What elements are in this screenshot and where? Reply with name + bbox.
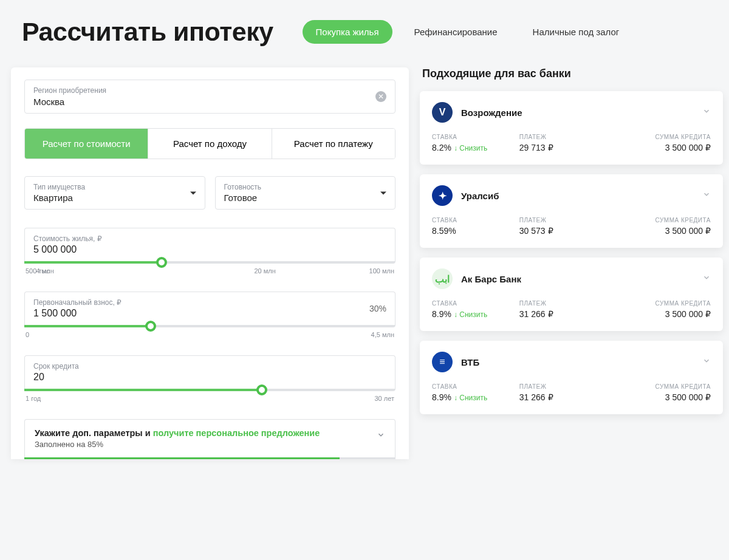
payment-label: ПЛАТЕЖ	[519, 300, 600, 307]
lower-rate-link[interactable]: Снизить	[454, 144, 487, 152]
expand-text-a: Укажите доп. параметры и	[35, 428, 153, 438]
slider-thumb[interactable]	[145, 321, 156, 332]
scale-mark: 100 млн	[369, 267, 394, 275]
payment-value: 29 713 ₽	[519, 143, 600, 152]
bank-card[interactable]: V Возрождение СТАВКА 8.2%Снизить ПЛАТЕЖ …	[420, 91, 723, 165]
lower-rate-link[interactable]: Снизить	[454, 394, 487, 402]
scale-mark: 20 млн	[254, 267, 275, 275]
calc-tab-2[interactable]: Расчет по платежу	[272, 129, 395, 159]
bank-card[interactable]: ≡ ВТБ СТАВКА 8.9%Снизить ПЛАТЕЖ 31 266 ₽…	[420, 341, 723, 414]
results-panel: Подходящие для вас банки V Возрождение С…	[420, 67, 723, 459]
header: Рассчитать ипотеку Покупка жильяРефинанс…	[0, 0, 729, 67]
price-value: 5 000 000	[33, 244, 386, 255]
clear-region-icon[interactable]: ✕	[375, 91, 386, 102]
pill-1[interactable]: Рефинансирование	[401, 20, 511, 44]
property-type-label: Тип имущества	[33, 183, 196, 191]
payment-label: ПЛАТЕЖ	[519, 217, 600, 224]
rate-label: СТАВКА	[432, 383, 512, 390]
amount-label: СУММА КРЕДИТА	[607, 217, 711, 224]
payment-value: 31 266 ₽	[519, 309, 600, 319]
extra-params-title: Укажите доп. параметры и получите персон…	[35, 428, 385, 438]
chevron-down-icon	[377, 431, 385, 442]
calc-tab-0[interactable]: Расчет по стоимости	[25, 129, 148, 159]
chevron-down-icon	[702, 107, 711, 118]
bank-stats: СТАВКА 8.2%Снизить ПЛАТЕЖ 29 713 ₽ СУММА…	[432, 134, 711, 152]
bank-logo-icon: ✦	[432, 185, 453, 206]
bank-head: V Возрождение	[432, 102, 711, 123]
payment-value: 31 266 ₽	[519, 392, 600, 402]
pill-2[interactable]: Наличные под залог	[519, 20, 633, 44]
scale-mark: 4 млн	[36, 267, 54, 275]
rate-value: 8.9%Снизить	[432, 392, 512, 402]
bank-card[interactable]: ابب Ак Барс Банк СТАВКА 8.9%Снизить ПЛАТ…	[420, 258, 723, 331]
region-select[interactable]: Регион приобретения Москва ✕	[24, 80, 395, 114]
amount-value: 3 500 000 ₽	[607, 309, 711, 319]
bank-logo-icon: ابب	[432, 268, 453, 289]
scale-mark: 4,5 млн	[371, 331, 394, 338]
price-slider-block: Стоимость жилья, ₽ 5 000 000 500 тыс 4 м…	[24, 228, 395, 275]
readiness-select[interactable]: Готовность Готовое	[215, 176, 396, 210]
calc-tab-1[interactable]: Расчет по доходу	[148, 129, 272, 159]
expand-sub: Заполнено на 85%	[35, 440, 385, 449]
term-value: 20	[33, 372, 386, 383]
pill-group: Покупка жильяРефинансированиеНаличные по…	[303, 20, 633, 44]
bank-card[interactable]: ✦ Уралсиб СТАВКА 8.59% ПЛАТЕЖ 30 573 ₽ С…	[420, 174, 723, 248]
chevron-down-icon	[380, 191, 386, 194]
amount-value: 3 500 000 ₽	[607, 226, 711, 236]
rate-value: 8.2%Снизить	[432, 143, 512, 152]
slider-thumb[interactable]	[256, 384, 267, 395]
bank-head: ≡ ВТБ	[432, 352, 711, 372]
readiness-value: Готовое	[224, 193, 387, 203]
amount-value: 3 500 000 ₽	[607, 392, 711, 402]
term-input[interactable]: Срок кредита 20	[24, 355, 395, 389]
amount-value: 3 500 000 ₽	[607, 143, 711, 152]
bank-stats: СТАВКА 8.59% ПЛАТЕЖ 30 573 ₽ СУММА КРЕДИ…	[432, 217, 711, 236]
results-title: Подходящие для вас банки	[420, 67, 723, 91]
bank-head: ✦ Уралсиб	[432, 185, 711, 206]
down-slider[interactable]	[24, 325, 395, 327]
bank-stats: СТАВКА 8.9%Снизить ПЛАТЕЖ 31 266 ₽ СУММА…	[432, 383, 711, 402]
lower-rate-link[interactable]: Снизить	[454, 310, 487, 319]
chevron-down-icon	[702, 273, 711, 284]
bank-name: ВТБ	[461, 357, 479, 367]
calc-mode-tabs: Расчет по стоимостиРасчет по доходуРасче…	[24, 128, 395, 159]
rate-value: 8.59%	[432, 226, 512, 236]
down-percent: 30%	[369, 304, 386, 313]
readiness-label: Готовность	[224, 183, 387, 191]
bank-stats: СТАВКА 8.9%Снизить ПЛАТЕЖ 31 266 ₽ СУММА…	[432, 300, 711, 319]
region-value: Москва	[33, 97, 386, 107]
term-scale: 1 год 30 лет	[24, 391, 395, 402]
rate-value: 8.9%Снизить	[432, 309, 512, 319]
property-type-value: Квартира	[33, 193, 196, 203]
price-input[interactable]: Стоимость жилья, ₽ 5 000 000	[24, 228, 395, 261]
page-title: Рассчитать ипотеку	[22, 17, 273, 47]
bank-head: ابب Ак Барс Банк	[432, 268, 711, 289]
bank-name: Уралсиб	[461, 191, 499, 201]
chevron-down-icon	[702, 190, 711, 201]
down-slider-block: Первоначальный взнос, ₽ 1 500 000 30% 0 …	[24, 292, 395, 338]
bank-logo-icon: ≡	[432, 352, 453, 372]
property-type-select[interactable]: Тип имущества Квартира	[24, 176, 205, 210]
bank-name: Возрождение	[461, 108, 522, 118]
completion-progress	[24, 457, 395, 459]
rate-label: СТАВКА	[432, 134, 512, 140]
scale-mark: 0	[26, 331, 29, 338]
slider-thumb[interactable]	[156, 257, 167, 268]
payment-label: ПЛАТЕЖ	[519, 134, 600, 140]
price-slider[interactable]	[24, 261, 395, 264]
bank-name: Ак Барс Банк	[461, 274, 521, 284]
down-input[interactable]: Первоначальный взнос, ₽ 1 500 000 30%	[24, 292, 395, 325]
calculator-panel: Регион приобретения Москва ✕ Расчет по с…	[11, 67, 409, 459]
rate-label: СТАВКА	[432, 300, 512, 307]
region-label: Регион приобретения	[33, 86, 386, 95]
price-scale: 500 тыс 4 млн 20 млн 100 млн	[24, 264, 395, 275]
term-slider[interactable]	[24, 389, 395, 391]
down-value: 1 500 000	[33, 308, 386, 319]
price-label: Стоимость жилья, ₽	[33, 234, 386, 243]
amount-label: СУММА КРЕДИТА	[607, 300, 711, 307]
chevron-down-icon	[702, 357, 711, 367]
down-label: Первоначальный взнос, ₽	[33, 298, 386, 307]
scale-mark: 30 лет	[374, 395, 394, 402]
extra-params-toggle[interactable]: Укажите доп. параметры и получите персон…	[24, 419, 395, 457]
pill-0[interactable]: Покупка жилья	[303, 20, 392, 44]
